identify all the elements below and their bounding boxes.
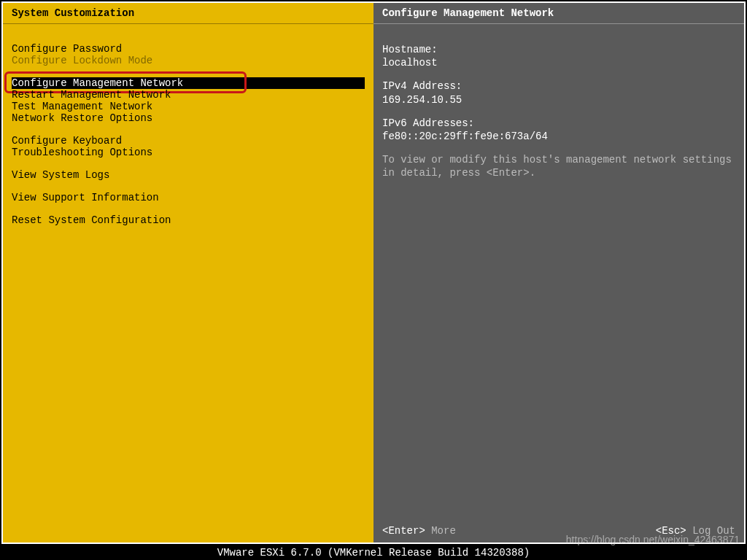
left-pane-title: System Customization [3,3,374,24]
ipv6-label: IPv6 Addresses: [382,117,735,130]
esc-key: <Esc> [656,525,686,537]
right-pane: Configure Management Network Hostname: l… [374,3,744,542]
menu-item[interactable]: View System Logs [12,169,365,181]
menu-group: View Support Information [12,192,365,203]
menu-group: View System Logs [12,169,365,181]
left-menu: Configure PasswordConfigure Lockdown Mod… [3,24,374,246]
menu-item[interactable]: Network Restore Options [12,112,365,124]
menu-group: Configure Management NetworkRestart Mana… [12,77,365,124]
menu-item[interactable]: Reset System Configuration [12,214,365,226]
right-hint: To view or modify this host's management… [382,153,735,179]
esc-key-label: Log Out [692,525,735,537]
left-pane: System Customization Configure PasswordC… [3,3,374,542]
esc-action[interactable]: <Esc> Log Out [656,525,735,537]
hostname-value: localhost [382,56,735,69]
menu-item[interactable]: Test Management Network [12,101,365,112]
ipv6-value: fe80::20c:29ff:fe9e:673a/64 [382,130,735,143]
ipv4-value: 169.254.10.55 [382,93,735,106]
menu-item[interactable]: Configure Password [12,43,365,55]
enter-key-label: More [431,525,456,537]
right-pane-title: Configure Management Network [374,3,744,24]
right-body: Hostname: localhost IPv4 Address: 169.25… [374,24,744,189]
menu-item[interactable]: Configure Keyboard [12,135,365,147]
menu-item[interactable]: Configure Management Network [12,77,365,89]
menu-item[interactable]: View Support Information [12,192,365,203]
enter-action[interactable]: <Enter> More [382,525,456,537]
ipv4-label: IPv4 Address: [382,79,735,93]
dcui-container: System Customization Configure PasswordC… [1,1,746,544]
enter-key: <Enter> [382,525,425,537]
status-bar: VMware ESXi 6.7.0 (VMKernel Release Buil… [0,545,747,560]
menu-group: Configure KeyboardTroubleshooting Option… [12,135,365,158]
menu-item: Configure Lockdown Mode [12,55,365,66]
menu-item[interactable]: Restart Management Network [12,89,365,101]
menu-item[interactable]: Troubleshooting Options [12,147,365,158]
menu-group: Reset System Configuration [12,214,365,226]
right-footer: <Enter> More <Esc> Log Out [382,525,735,537]
hostname-label: Hostname: [382,43,735,56]
menu-group: Configure PasswordConfigure Lockdown Mod… [12,43,365,66]
